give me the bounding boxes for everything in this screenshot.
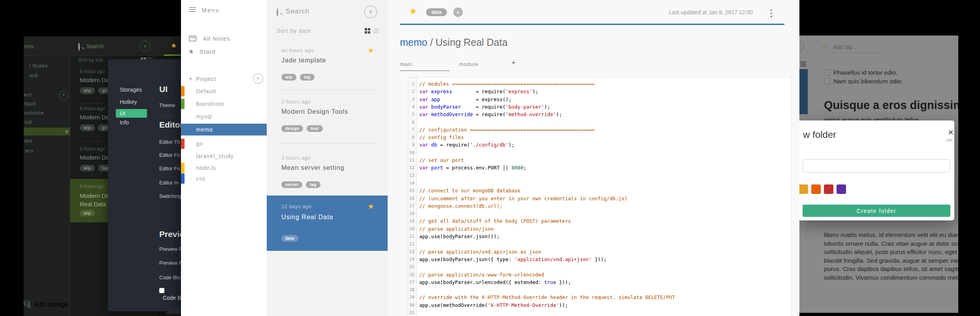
- dark-selected-folder[interactable]: e: [24, 128, 70, 135]
- line-number: 28: [408, 286, 415, 293]
- folder-color-swatch[interactable]: [811, 184, 821, 194]
- settings-checkbox-row[interactable]: Code B: [159, 288, 181, 294]
- settings-nav-item-active[interactable]: UI: [116, 109, 147, 118]
- tag-pill[interactable]: tag: [300, 74, 315, 81]
- tag-pill[interactable]: design: [281, 125, 303, 132]
- note-tag[interactable]: data: [426, 8, 447, 16]
- create-folder-button[interactable]: Create folder: [803, 205, 950, 217]
- note-list-item[interactable]: 12 days agoUsing Real Datadata★: [267, 196, 388, 251]
- dark-sidebar-item-fragment[interactable]: fault: [24, 101, 36, 107]
- line-number: 9: [408, 141, 415, 149]
- note-list-item[interactable]: 2 hours agoModern Design Toolsdesigntool: [267, 90, 388, 143]
- create-folder-dialog: w folder × esc Create folder: [799, 120, 954, 220]
- line-number: 21: [408, 233, 415, 240]
- sidebar-folder-item[interactable]: Boostnote: [181, 98, 267, 110]
- sidebar-folder-item[interactable]: memo: [181, 124, 267, 135]
- breadcrumb-title[interactable]: Using Real Data: [435, 37, 507, 48]
- screenshot-stage: enu Search + ★ l Notesardectfaultostnote…: [0, 0, 980, 316]
- dark-sidebar-item-fragment[interactable]: ect: [24, 92, 32, 98]
- tab-main[interactable]: main: [400, 61, 413, 67]
- menu-label-fragment[interactable]: enu: [24, 43, 34, 49]
- star-icon[interactable]: ★: [368, 202, 374, 211]
- line-number: 4: [408, 103, 415, 111]
- add-tab-button[interactable]: +: [511, 58, 516, 67]
- note-tags: wiptag: [281, 73, 318, 81]
- all-notes-icon: [189, 36, 196, 41]
- line-number: 27: [408, 278, 415, 286]
- sidebar-item-starred[interactable]: ★ Stard: [188, 47, 216, 56]
- tag-pill: wip: [80, 87, 95, 94]
- folder-name-input[interactable]: [803, 159, 950, 173]
- note-title: Jade template: [281, 57, 326, 64]
- project-label: Project: [196, 76, 216, 82]
- code-editor[interactable]: 1// modules ============================…: [408, 77, 792, 316]
- star-toggle-icon[interactable]: ★: [409, 6, 417, 17]
- dark-sidebar-item-fragment[interactable]: ard: [29, 72, 38, 78]
- line-number: 1: [408, 80, 415, 88]
- dark-sidebar-item-fragment[interactable]: ers: [25, 148, 34, 154]
- tag-pill[interactable]: tool: [307, 125, 322, 132]
- new-note-button[interactable]: +: [139, 41, 151, 52]
- tag-pill[interactable]: tag: [306, 181, 320, 188]
- line-number: 30: [408, 301, 415, 309]
- sidebar-folder-item[interactable]: laravel_study: [181, 150, 267, 162]
- grid-view-icon[interactable]: [365, 28, 370, 34]
- sidebar-folder-item[interactable]: nodeJs: [181, 162, 267, 174]
- project-group-header[interactable]: ▼ Project: [189, 75, 216, 82]
- sort-select[interactable]: Sort by date: [277, 28, 311, 34]
- folder-name: git: [196, 141, 203, 147]
- code-line: 11// set our port: [408, 156, 791, 164]
- breadcrumb-folder[interactable]: memo: [400, 37, 427, 48]
- code-line: 5var methodOverride = require('method-ov…: [408, 111, 791, 118]
- settings-nav-item[interactable]: Hotkey: [120, 99, 137, 105]
- dark-sidebar-item-fragment[interactable]: ostnote: [24, 110, 44, 116]
- checkbox[interactable]: [159, 288, 164, 293]
- line-number: 24: [408, 256, 415, 263]
- more-options-icon[interactable]: •••: [770, 9, 773, 18]
- dialog-title: w folder: [803, 129, 836, 140]
- sidebar-folder-item[interactable]: git: [181, 138, 267, 150]
- add-folder-button[interactable]: +: [59, 90, 68, 100]
- tag-pill[interactable]: server: [281, 181, 302, 188]
- folder-color-swatch[interactable]: [837, 184, 846, 194]
- divider: [159, 115, 181, 116]
- settings-nav-item[interactable]: Info: [120, 119, 129, 126]
- code-line: 16// (uncomment after you enter in your …: [408, 195, 791, 202]
- search-input[interactable]: Search: [86, 43, 104, 49]
- new-note-button[interactable]: +: [364, 6, 377, 18]
- close-icon[interactable]: ×: [948, 128, 954, 136]
- settings-nav-item[interactable]: Storages: [120, 87, 142, 93]
- note-list-item[interactable]: an hours agoJade templatewiptag★: [267, 40, 388, 90]
- search-input[interactable]: Search: [286, 8, 309, 15]
- folder-color-swatch[interactable]: [799, 184, 808, 194]
- add-tag-button[interactable]: +: [453, 8, 463, 17]
- last-updated-label: Last updated at Jan.9, 2017 12:00: [669, 9, 753, 15]
- add-folder-button[interactable]: +: [253, 73, 263, 84]
- list-view-icon[interactable]: [373, 28, 379, 34]
- add-storage-label: Add storage: [34, 301, 68, 308]
- sort-select[interactable]: Sort by xxx: [78, 57, 103, 63]
- dark-sidebar-item-fragment[interactable]: mo: [24, 138, 32, 144]
- line-number: 18: [408, 210, 415, 217]
- tab-module[interactable]: module: [459, 61, 479, 67]
- star-icon[interactable]: ★: [171, 41, 177, 50]
- folder-color-chip: [181, 163, 185, 173]
- note-list-item[interactable]: 3 hours agoMean server settingservertag: [267, 143, 388, 196]
- code-line: 2var express = require('express');: [408, 88, 791, 95]
- dark-sidebar-item-fragment[interactable]: l Notes: [29, 63, 48, 69]
- tag-pill: wip: [80, 210, 95, 216]
- menu-toggle[interactable]: Menu: [189, 6, 220, 13]
- folder-color-swatch[interactable]: [824, 184, 833, 194]
- line-number: 29: [408, 293, 415, 301]
- sidebar-folder-item[interactable]: mysql: [181, 111, 267, 122]
- sidebar-item-all-notes[interactable]: All Notes: [189, 35, 230, 42]
- dark-sidebar-item-fragment[interactable]: sql: [24, 119, 32, 125]
- sidebar-folder-item[interactable]: Default: [181, 85, 267, 97]
- code-line: 1// modules ============================…: [408, 80, 791, 88]
- folder-name: memo: [196, 126, 213, 133]
- tag-pill[interactable]: wip: [281, 74, 296, 81]
- star-icon[interactable]: ★: [368, 46, 374, 55]
- tag-pill[interactable]: data: [281, 235, 298, 242]
- code-line: 27app.use(bodyParser.urlencoded({ extend…: [408, 278, 791, 286]
- sidebar-folder-item[interactable]: css: [181, 173, 267, 184]
